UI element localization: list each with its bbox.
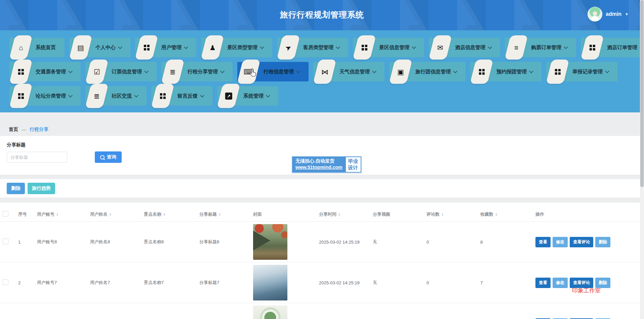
- sort-caret-icon[interactable]: ▲▼: [495, 213, 497, 216]
- page-scrollbar[interactable]: [640, 0, 644, 319]
- nav-item[interactable]: 举报记录管理: [546, 62, 617, 81]
- cover-image[interactable]: [253, 306, 287, 319]
- column-header: 分享时间▲▼: [316, 207, 370, 222]
- cell-index: 2: [15, 262, 34, 303]
- view-comments-button[interactable]: 查看评论: [570, 237, 593, 247]
- scrollbar-thumb[interactable]: [640, 0, 644, 187]
- nav-item-label: 用户管理: [161, 44, 182, 51]
- sort-caret-icon[interactable]: ▲▼: [441, 213, 444, 216]
- row-checkbox[interactable]: [3, 279, 8, 285]
- card-icon: ▤: [77, 44, 84, 51]
- nav-menu: ⌂系统首页▤个人中心用户管理♟景区类型管理➤客房类型管理景区信息管理✉酒店信息管…: [0, 30, 644, 112]
- cell-account: 用户账号7: [34, 262, 87, 303]
- nav-item[interactable]: ≣行程分享管理: [161, 62, 233, 81]
- cover-image[interactable]: [253, 265, 287, 300]
- user-menu[interactable]: admin ▼: [588, 7, 629, 22]
- view-comments-button[interactable]: 查看评论: [570, 278, 593, 288]
- device-icon: ⌨: [244, 68, 254, 75]
- edit-button[interactable]: 修改: [553, 237, 568, 247]
- sort-caret-icon[interactable]: ▲▼: [218, 213, 221, 216]
- chevron-down-icon: [564, 45, 568, 49]
- nav-item-label: 举报记录管理: [572, 69, 603, 75]
- column-header: 评论数▲▼: [424, 207, 478, 222]
- nav-item-label: 天气信息管理: [339, 69, 370, 75]
- nav-item-label: 系统管理: [243, 93, 264, 99]
- ad-text-line1: 无须担心.自动发货: [295, 158, 343, 164]
- nav-item[interactable]: 留言反馈: [151, 86, 212, 106]
- cell-share-time: 2025-03-02 14:25:19: [316, 262, 370, 303]
- chevron-down-icon: [68, 69, 73, 73]
- nav-item[interactable]: 酒店订单管理: [581, 38, 644, 57]
- search-icon: [100, 155, 105, 160]
- grid-icon: [144, 45, 146, 47]
- select-all-header: [0, 207, 15, 222]
- cell-account: 用户账号6: [34, 303, 87, 319]
- ad-badge: 毕业 设计: [346, 157, 361, 172]
- nav-item[interactable]: ▤个人中心: [69, 38, 130, 57]
- travel-trend-button[interactable]: 旅行趋势: [28, 183, 55, 194]
- delete-button[interactable]: 删除: [7, 183, 25, 194]
- cell-share-title: 分享标题7: [197, 262, 250, 303]
- nav-item-label: 旅行团信息管理: [415, 69, 451, 75]
- cell-share-time: 2025-03-02 14:25:19: [316, 303, 370, 319]
- nav-item-label: 行程分享管理: [188, 69, 218, 75]
- sort-caret-icon[interactable]: ▲▼: [163, 213, 165, 216]
- breadcrumb-separator: —: [22, 127, 26, 132]
- nav-item-label: 社区交流: [112, 93, 132, 99]
- row-delete-button[interactable]: 删除: [595, 237, 610, 247]
- row-checkbox[interactable]: [3, 239, 8, 244]
- row-delete-button[interactable]: 删除: [595, 278, 610, 288]
- avatar[interactable]: [588, 7, 602, 22]
- ad-banner[interactable]: 无须担心.自动发货 www.51topmind.com 毕业 设计: [292, 156, 362, 173]
- nav-item[interactable]: 用户管理: [135, 38, 196, 57]
- sort-caret-icon[interactable]: ▲▼: [109, 213, 112, 216]
- cell-comment-count: 0: [424, 303, 478, 319]
- sort-caret-icon[interactable]: ▲▼: [338, 213, 340, 216]
- nav-item[interactable]: 景区信息管理: [353, 38, 424, 57]
- nav-item[interactable]: 交通票务管理: [9, 62, 81, 81]
- cell-index: 1: [15, 222, 34, 262]
- ad-link[interactable]: www.51topmind.com: [295, 165, 343, 170]
- grid-icon: [18, 69, 21, 71]
- nav-item[interactable]: ✉酒店信息管理: [429, 38, 500, 57]
- nav-item[interactable]: ▣旅行团信息管理: [389, 62, 466, 81]
- grid-icon: [479, 69, 481, 71]
- breadcrumb-current[interactable]: 行程分享: [30, 127, 48, 133]
- edit-button[interactable]: 修改: [553, 278, 568, 288]
- nav-item-label: 个人中心: [95, 44, 116, 51]
- chevron-down-icon: [68, 93, 73, 98]
- clipboard-icon: ☑: [94, 68, 100, 75]
- cover-image[interactable]: [253, 224, 287, 260]
- column-header: 分享标题▲▼: [197, 207, 250, 222]
- table-row: 1用户账号8用户姓名8景点名称8分享标题82025-03-02 14:25:19…: [0, 222, 640, 262]
- chevron-down-icon: [372, 69, 376, 73]
- nav-item[interactable]: 论坛分类管理: [9, 86, 81, 106]
- chevron-down-icon: [488, 45, 492, 49]
- nav-item[interactable]: ≡购票订单管理: [505, 38, 576, 57]
- share-table: 序号用户账号▲▼用户姓名▲▼景点名称▲▼分享标题▲▼封面分享时间▲▼分享视频评论…: [0, 207, 640, 319]
- nav-item[interactable]: ⌨行程信息管理: [237, 62, 309, 81]
- sort-caret-icon[interactable]: ▲▼: [56, 213, 58, 216]
- page: 旅行行程规划管理系统 admin ▼ ⌂系统首页▤个人中心用户管理♟景区类型管理…: [0, 0, 644, 319]
- nav-item-label: 论坛分类管理: [36, 93, 66, 99]
- nav-item[interactable]: ⌂系统首页: [9, 38, 65, 57]
- search-button[interactable]: 查询: [95, 151, 122, 163]
- nav-item-label: 客房类型管理: [303, 44, 333, 51]
- nav-item[interactable]: ↗系统管理: [217, 86, 278, 106]
- nav-item[interactable]: 预约报团管理: [470, 62, 541, 81]
- cell-share-video: 无: [370, 303, 424, 319]
- cell-select: [0, 222, 15, 262]
- nav-item[interactable]: ≣社区交流: [85, 86, 147, 106]
- nav-item[interactable]: ♟景区类型管理: [201, 38, 272, 57]
- nav-item[interactable]: ⋈天气信息管理: [313, 62, 385, 81]
- search-input[interactable]: [7, 152, 67, 163]
- view-button[interactable]: 查看: [535, 237, 551, 247]
- view-button[interactable]: 查看: [535, 278, 551, 288]
- chevron-down-icon: [296, 69, 300, 73]
- nav-item[interactable]: ➤客房类型管理: [277, 38, 348, 57]
- nav-item[interactable]: ☑订票信息管理: [85, 62, 157, 81]
- select-all-checkbox[interactable]: [3, 211, 8, 217]
- nav-item-label: 酒店信息管理: [455, 44, 485, 51]
- user-dropdown-caret-icon[interactable]: ▼: [625, 12, 629, 16]
- breadcrumb-home[interactable]: 首页: [9, 127, 18, 133]
